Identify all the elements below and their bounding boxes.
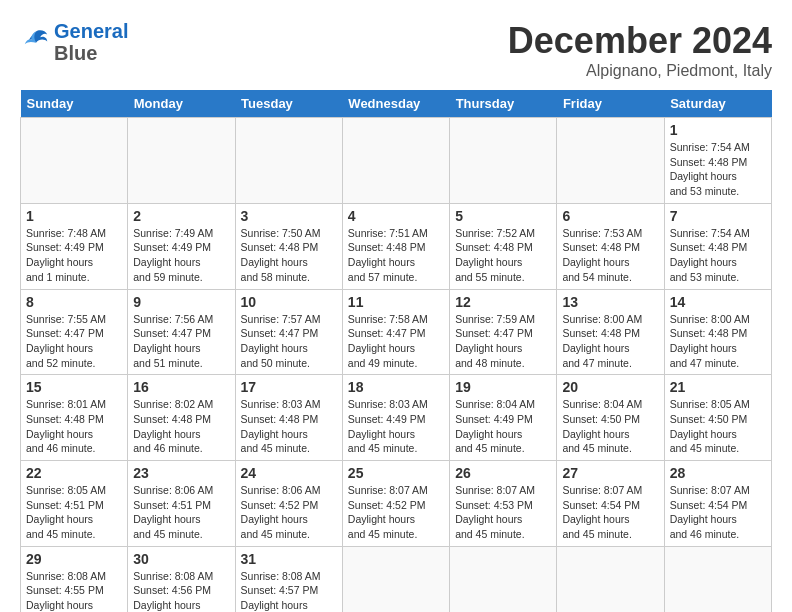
day-number: 21 [670, 379, 766, 395]
day-info: Sunrise: 8:07 AMSunset: 4:54 PMDaylight … [670, 483, 766, 542]
day-number: 26 [455, 465, 551, 481]
day-info: Sunrise: 7:51 AMSunset: 4:48 PMDaylight … [348, 226, 444, 285]
day-number: 13 [562, 294, 658, 310]
calendar-cell: 31Sunrise: 8:08 AMSunset: 4:57 PMDayligh… [235, 546, 342, 612]
calendar-cell: 8Sunrise: 7:55 AMSunset: 4:47 PMDaylight… [21, 289, 128, 375]
day-number: 14 [670, 294, 766, 310]
day-info: Sunrise: 8:05 AMSunset: 4:50 PMDaylight … [670, 397, 766, 456]
calendar-cell: 23Sunrise: 8:06 AMSunset: 4:51 PMDayligh… [128, 461, 235, 547]
weekday-header: Friday [557, 90, 664, 118]
day-info: Sunrise: 8:02 AMSunset: 4:48 PMDaylight … [133, 397, 229, 456]
day-info: Sunrise: 8:08 AMSunset: 4:56 PMDaylight … [133, 569, 229, 612]
calendar-cell: 14Sunrise: 8:00 AMSunset: 4:48 PMDayligh… [664, 289, 771, 375]
day-info: Sunrise: 8:04 AMSunset: 4:49 PMDaylight … [455, 397, 551, 456]
calendar-cell: 30Sunrise: 8:08 AMSunset: 4:56 PMDayligh… [128, 546, 235, 612]
day-info: Sunrise: 7:52 AMSunset: 4:48 PMDaylight … [455, 226, 551, 285]
calendar-cell: 27Sunrise: 8:07 AMSunset: 4:54 PMDayligh… [557, 461, 664, 547]
calendar-week-row: 15Sunrise: 8:01 AMSunset: 4:48 PMDayligh… [21, 375, 772, 461]
day-number: 28 [670, 465, 766, 481]
calendar-cell: 18Sunrise: 8:03 AMSunset: 4:49 PMDayligh… [342, 375, 449, 461]
day-number: 2 [133, 208, 229, 224]
calendar-cell: 25Sunrise: 8:07 AMSunset: 4:52 PMDayligh… [342, 461, 449, 547]
calendar-week-row: 22Sunrise: 8:05 AMSunset: 4:51 PMDayligh… [21, 461, 772, 547]
calendar-week-row: 1Sunrise: 7:48 AMSunset: 4:49 PMDaylight… [21, 203, 772, 289]
day-number: 3 [241, 208, 337, 224]
calendar-cell [664, 546, 771, 612]
day-info: Sunrise: 8:06 AMSunset: 4:52 PMDaylight … [241, 483, 337, 542]
day-info: Sunrise: 8:08 AMSunset: 4:57 PMDaylight … [241, 569, 337, 612]
calendar-cell: 22Sunrise: 8:05 AMSunset: 4:51 PMDayligh… [21, 461, 128, 547]
calendar-cell: 29Sunrise: 8:08 AMSunset: 4:55 PMDayligh… [21, 546, 128, 612]
calendar-cell: 7Sunrise: 7:54 AMSunset: 4:48 PMDaylight… [664, 203, 771, 289]
logo: General Blue [20, 20, 128, 64]
day-info: Sunrise: 8:03 AMSunset: 4:48 PMDaylight … [241, 397, 337, 456]
day-info: Sunrise: 7:58 AMSunset: 4:47 PMDaylight … [348, 312, 444, 371]
day-info: Sunrise: 8:06 AMSunset: 4:51 PMDaylight … [133, 483, 229, 542]
logo-text: General Blue [54, 20, 128, 64]
calendar-cell: 11Sunrise: 7:58 AMSunset: 4:47 PMDayligh… [342, 289, 449, 375]
day-number: 22 [26, 465, 122, 481]
day-number: 25 [348, 465, 444, 481]
weekday-header: Saturday [664, 90, 771, 118]
calendar-cell: 12Sunrise: 7:59 AMSunset: 4:47 PMDayligh… [450, 289, 557, 375]
day-number: 7 [670, 208, 766, 224]
day-number: 5 [455, 208, 551, 224]
day-info: Sunrise: 8:04 AMSunset: 4:50 PMDaylight … [562, 397, 658, 456]
calendar-cell [235, 118, 342, 204]
calendar-cell: 9Sunrise: 7:56 AMSunset: 4:47 PMDaylight… [128, 289, 235, 375]
day-number: 29 [26, 551, 122, 567]
calendar-week-row: 1Sunrise: 7:54 AMSunset: 4:48 PMDaylight… [21, 118, 772, 204]
logo-blue: Blue [54, 42, 97, 64]
weekday-header: Monday [128, 90, 235, 118]
day-info: Sunrise: 7:56 AMSunset: 4:47 PMDaylight … [133, 312, 229, 371]
calendar-cell: 5Sunrise: 7:52 AMSunset: 4:48 PMDaylight… [450, 203, 557, 289]
day-number: 4 [348, 208, 444, 224]
day-info: Sunrise: 8:08 AMSunset: 4:55 PMDaylight … [26, 569, 122, 612]
day-info: Sunrise: 7:48 AMSunset: 4:49 PMDaylight … [26, 226, 122, 285]
day-number: 30 [133, 551, 229, 567]
calendar-cell: 10Sunrise: 7:57 AMSunset: 4:47 PMDayligh… [235, 289, 342, 375]
calendar-cell: 21Sunrise: 8:05 AMSunset: 4:50 PMDayligh… [664, 375, 771, 461]
calendar-week-row: 29Sunrise: 8:08 AMSunset: 4:55 PMDayligh… [21, 546, 772, 612]
day-info: Sunrise: 8:07 AMSunset: 4:52 PMDaylight … [348, 483, 444, 542]
day-number: 16 [133, 379, 229, 395]
weekday-header: Thursday [450, 90, 557, 118]
day-number: 27 [562, 465, 658, 481]
calendar-cell [557, 118, 664, 204]
day-info: Sunrise: 8:01 AMSunset: 4:48 PMDaylight … [26, 397, 122, 456]
calendar-cell: 1Sunrise: 7:54 AMSunset: 4:48 PMDaylight… [664, 118, 771, 204]
calendar-cell [342, 118, 449, 204]
calendar-cell: 24Sunrise: 8:06 AMSunset: 4:52 PMDayligh… [235, 461, 342, 547]
day-number: 20 [562, 379, 658, 395]
day-number: 12 [455, 294, 551, 310]
day-info: Sunrise: 8:05 AMSunset: 4:51 PMDaylight … [26, 483, 122, 542]
day-info: Sunrise: 8:00 AMSunset: 4:48 PMDaylight … [562, 312, 658, 371]
day-info: Sunrise: 7:59 AMSunset: 4:47 PMDaylight … [455, 312, 551, 371]
day-number: 6 [562, 208, 658, 224]
day-number: 24 [241, 465, 337, 481]
day-number: 19 [455, 379, 551, 395]
logo-icon [22, 26, 50, 54]
calendar-cell: 16Sunrise: 8:02 AMSunset: 4:48 PMDayligh… [128, 375, 235, 461]
day-info: Sunrise: 8:07 AMSunset: 4:54 PMDaylight … [562, 483, 658, 542]
calendar-cell: 26Sunrise: 8:07 AMSunset: 4:53 PMDayligh… [450, 461, 557, 547]
day-info: Sunrise: 7:57 AMSunset: 4:47 PMDaylight … [241, 312, 337, 371]
calendar-cell: 1Sunrise: 7:48 AMSunset: 4:49 PMDaylight… [21, 203, 128, 289]
day-number: 23 [133, 465, 229, 481]
location: Alpignano, Piedmont, Italy [508, 62, 772, 80]
calendar-cell [450, 118, 557, 204]
calendar-week-row: 8Sunrise: 7:55 AMSunset: 4:47 PMDaylight… [21, 289, 772, 375]
logo-general: General [54, 20, 128, 42]
day-number: 18 [348, 379, 444, 395]
calendar-cell: 4Sunrise: 7:51 AMSunset: 4:48 PMDaylight… [342, 203, 449, 289]
day-info: Sunrise: 7:50 AMSunset: 4:48 PMDaylight … [241, 226, 337, 285]
day-info: Sunrise: 7:54 AMSunset: 4:48 PMDaylight … [670, 140, 766, 199]
day-info: Sunrise: 8:07 AMSunset: 4:53 PMDaylight … [455, 483, 551, 542]
calendar-cell [342, 546, 449, 612]
day-info: Sunrise: 7:49 AMSunset: 4:49 PMDaylight … [133, 226, 229, 285]
day-info: Sunrise: 7:54 AMSunset: 4:48 PMDaylight … [670, 226, 766, 285]
day-number: 1 [26, 208, 122, 224]
calendar-cell [128, 118, 235, 204]
calendar-cell: 15Sunrise: 8:01 AMSunset: 4:48 PMDayligh… [21, 375, 128, 461]
day-number: 31 [241, 551, 337, 567]
